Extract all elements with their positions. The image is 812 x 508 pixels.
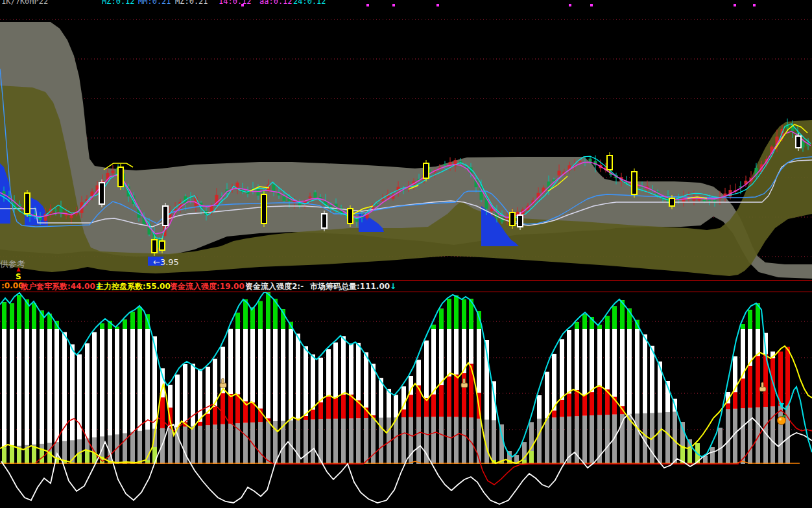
volume-bar-gray [492, 420, 496, 464]
volume-bar-gray [243, 423, 248, 464]
volume-bar-gray [356, 418, 361, 464]
volume-bar-gray [341, 419, 346, 464]
finger [761, 382, 763, 387]
inflow-cap [582, 395, 587, 416]
volume-bar-gray [733, 409, 737, 464]
title-fragment: MZ:0.12 [102, 0, 135, 6]
overbought-cap [123, 319, 127, 329]
volume-bar-gray [416, 417, 421, 464]
overbought-cap [243, 299, 248, 329]
oversold-bar [85, 450, 90, 465]
candle-body [329, 205, 333, 207]
overbought-cap [462, 299, 466, 329]
overbought-cap [612, 306, 617, 329]
volume-bar-gray [462, 417, 466, 464]
inflow-cap [250, 402, 255, 422]
volume-bar-gray [439, 417, 444, 464]
indicator-readout-bar: :0.00散户套牢系数:44.00↓主力控盘系数:55.00↑资金流入强度:19… [0, 281, 812, 292]
buy-signal-marker: ▲ S [16, 266, 21, 281]
volume-bar-gray [213, 424, 217, 464]
event-tick-marker [366, 4, 369, 6]
volume-bar-gray [333, 419, 338, 464]
inflow-cap [160, 397, 165, 428]
inflow-cap [206, 414, 210, 426]
inflow-cap [748, 366, 752, 408]
oversold-bar [77, 454, 82, 464]
inflow-cap [221, 393, 225, 424]
volume-bar-gray [228, 424, 233, 464]
inflow-cap [597, 387, 602, 415]
volume-bar-gray [221, 424, 225, 464]
volume-bar-gray [454, 417, 459, 465]
inflow-cap [318, 402, 323, 419]
volume-bar-gray [191, 426, 195, 464]
volume-bar-gray [130, 432, 135, 464]
volume-bar-gray [183, 427, 187, 464]
volume-bar-gray [304, 420, 308, 464]
chart-canvas[interactable] [0, 0, 812, 508]
inflow-cap [235, 395, 240, 424]
volume-bar-gray [710, 447, 715, 464]
overbought-cap [258, 301, 263, 329]
signal-candle-yellow [632, 172, 637, 194]
indicator-readout: 散户套牢系数:44.00↓ [21, 281, 102, 292]
volume-bar-gray [635, 413, 639, 464]
signal-candle-white [99, 183, 104, 204]
inflow-cap [326, 397, 331, 419]
oversold-bar [25, 449, 29, 464]
volume-bar-gray [658, 413, 662, 464]
volume-bar-gray [311, 419, 315, 464]
volume-bar-gray [560, 417, 564, 464]
signal-candle-yellow [160, 241, 165, 250]
candle-body [309, 196, 312, 198]
inflow-cap [778, 352, 783, 406]
event-tick-marker [392, 4, 395, 6]
fruit-shine [779, 418, 782, 421]
indicator-readout: 主力控盘系数:55.00↑ [96, 281, 177, 292]
overbought-cap [431, 325, 436, 329]
volume-bar-gray [137, 431, 142, 464]
inflow-cap [341, 395, 346, 419]
candle-body [257, 189, 260, 196]
event-tick-marker [734, 4, 736, 6]
inflow-cap [567, 394, 571, 417]
inflow-cap [228, 394, 233, 424]
volume-bar-gray [326, 419, 331, 464]
volume-bar-gray [748, 408, 752, 464]
fruit-body [778, 417, 786, 425]
signal-candle-yellow [152, 240, 157, 253]
inflow-cap [590, 392, 594, 415]
indicator-readout: 市场筹码总量:111.00↓ [310, 281, 396, 292]
overbought-cap [575, 322, 579, 329]
overbought-cap [17, 295, 21, 329]
indicator-subchart [0, 292, 812, 504]
overbought-cap [137, 308, 142, 329]
volume-bar-gray [590, 415, 594, 464]
volume-bar-gray [545, 418, 549, 464]
event-tick-marker [569, 4, 571, 6]
inflow-cap [447, 376, 451, 417]
oversold-bar [17, 448, 21, 464]
title-fragment: 24:0.12 [293, 0, 326, 6]
volume-bar-gray [258, 422, 263, 464]
inflow-cap [431, 395, 436, 417]
overbought-cap [10, 303, 14, 329]
inflow-cap [304, 416, 308, 420]
title-fragment: 1K/7K0HP22 [1, 0, 48, 6]
volume-bar-gray [364, 418, 368, 464]
overbought-cap [32, 303, 36, 329]
overbought-cap [100, 323, 104, 329]
volume-bar-gray [289, 421, 293, 464]
overbought-cap [130, 312, 135, 330]
candle-body [558, 171, 561, 176]
inflow-cap [741, 378, 745, 408]
volume-bar-gray [198, 426, 202, 464]
inflow-cap [439, 385, 444, 417]
volume-bar [40, 311, 44, 465]
volume-bar-gray [665, 412, 670, 464]
candle-body [283, 196, 286, 201]
overbought-cap [235, 313, 240, 329]
inflow-cap [575, 390, 579, 416]
candle-body [298, 203, 302, 206]
candle-body [70, 215, 73, 218]
